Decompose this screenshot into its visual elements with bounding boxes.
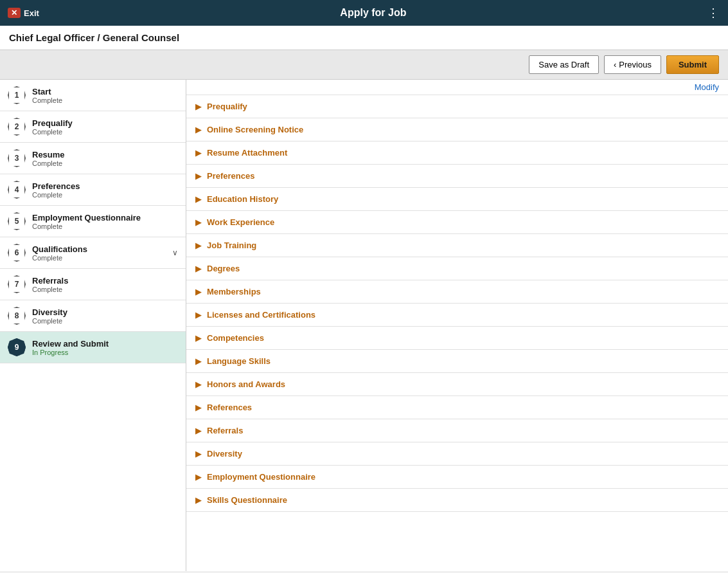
top-bar: ✕ Exit Apply for Job ⋮: [0, 0, 728, 26]
section-expand-arrow-icon: ▶: [195, 495, 202, 505]
section-label: Education History: [207, 194, 278, 204]
step-badge: 9: [8, 338, 26, 356]
sidebar: 1StartComplete2PrequalifyComplete3Resume…: [0, 80, 186, 571]
section-row[interactable]: ▶Job Training: [186, 234, 728, 257]
submit-button[interactable]: Submit: [666, 55, 719, 74]
step-status: Complete: [32, 96, 62, 104]
exit-label: Exit: [24, 8, 39, 18]
step-status: Complete: [32, 128, 73, 136]
section-row[interactable]: ▶References: [186, 396, 728, 419]
section-row[interactable]: ▶Work Experience: [186, 211, 728, 234]
section-label: Prequalify: [207, 102, 247, 111]
sidebar-item-diversity[interactable]: 8DiversityComplete: [0, 300, 186, 332]
section-expand-arrow-icon: ▶: [195, 194, 202, 204]
step-status: Complete: [32, 191, 80, 199]
step-badge: 1: [8, 86, 26, 104]
section-row[interactable]: ▶Resume Attachment: [186, 141, 728, 165]
section-expand-arrow-icon: ▶: [195, 171, 202, 181]
section-expand-arrow-icon: ▶: [195, 403, 202, 412]
section-row[interactable]: ▶Honors and Awards: [186, 373, 728, 396]
section-expand-arrow-icon: ▶: [195, 148, 202, 158]
sub-header: Chief Legal Officer / General Counsel: [0, 26, 728, 50]
section-row[interactable]: ▶Preferences: [186, 165, 728, 188]
modify-link[interactable]: Modify: [186, 80, 728, 95]
section-label: Licenses and Certifications: [207, 310, 315, 320]
sidebar-item-review-and-submit[interactable]: 9Review and SubmitIn Progress: [0, 332, 186, 363]
step-name: Preferences: [32, 181, 80, 191]
section-row[interactable]: ▶Online Screening Notice: [186, 118, 728, 141]
section-expand-arrow-icon: ▶: [195, 472, 202, 482]
section-label: Work Experience: [207, 217, 274, 227]
sidebar-item-prequalify[interactable]: 2PrequalifyComplete: [0, 111, 186, 143]
sidebar-item-employment-questionnaire[interactable]: 5Employment QuestionnaireComplete: [0, 206, 186, 237]
section-label: References: [207, 403, 252, 412]
previous-label: Previous: [619, 60, 652, 69]
sidebar-item-start[interactable]: 1StartComplete: [0, 80, 186, 111]
step-status: Complete: [32, 317, 67, 325]
section-label: Referrals: [207, 426, 243, 435]
section-expand-arrow-icon: ▶: [195, 287, 202, 296]
sidebar-item-referrals[interactable]: 7ReferralsComplete: [0, 269, 186, 300]
previous-arrow-icon: ‹: [614, 60, 616, 69]
chevron-down-icon: ∨: [172, 248, 178, 257]
section-expand-arrow-icon: ▶: [195, 264, 202, 273]
toolbar: Save as Draft ‹ Previous Submit: [0, 50, 728, 80]
section-row[interactable]: ▶Diversity: [186, 442, 728, 466]
section-label: Preferences: [207, 171, 254, 181]
step-name: Review and Submit: [32, 339, 109, 349]
modify-anchor[interactable]: Modify: [695, 82, 719, 92]
section-row[interactable]: ▶Degrees: [186, 257, 728, 280]
step-name: Diversity: [32, 307, 67, 317]
step-status: In Progress: [32, 349, 109, 356]
step-badge: 5: [8, 212, 26, 230]
section-expand-arrow-icon: ▶: [195, 217, 202, 227]
step-status: Complete: [32, 254, 87, 262]
exit-x-icon: ✕: [8, 8, 21, 18]
step-status: Complete: [32, 159, 65, 167]
section-label: Resume Attachment: [207, 148, 287, 158]
sidebar-item-resume[interactable]: 3ResumeComplete: [0, 143, 186, 174]
section-label: Competencies: [207, 333, 264, 343]
step-name: Qualifications: [32, 244, 87, 254]
section-row[interactable]: ▶Prequalify: [186, 95, 728, 118]
step-status: Complete: [32, 223, 141, 230]
sidebar-item-qualifications[interactable]: 6QualificationsComplete∨: [0, 237, 186, 269]
step-name: Resume: [32, 150, 65, 159]
main-layout: 1StartComplete2PrequalifyComplete3Resume…: [0, 80, 728, 571]
step-badge: 8: [8, 307, 26, 325]
section-row[interactable]: ▶Memberships: [186, 280, 728, 304]
section-label: Diversity: [207, 449, 242, 459]
step-badge: 4: [8, 181, 26, 199]
section-label: Skills Questionnaire: [207, 495, 287, 505]
section-expand-arrow-icon: ▶: [195, 310, 202, 320]
previous-button[interactable]: ‹ Previous: [604, 55, 661, 74]
section-label: Online Screening Notice: [207, 125, 303, 134]
section-expand-arrow-icon: ▶: [195, 426, 202, 435]
section-expand-arrow-icon: ▶: [195, 125, 202, 134]
step-badge: 3: [8, 149, 26, 167]
section-row[interactable]: ▶Competencies: [186, 327, 728, 350]
section-label: Degrees: [207, 264, 240, 273]
section-row[interactable]: ▶Referrals: [186, 419, 728, 442]
section-expand-arrow-icon: ▶: [195, 241, 202, 250]
section-row[interactable]: ▶Employment Questionnaire: [186, 466, 728, 489]
section-expand-arrow-icon: ▶: [195, 356, 202, 366]
step-badge: 7: [8, 275, 26, 293]
sidebar-item-preferences[interactable]: 4PreferencesComplete: [0, 174, 186, 206]
section-label: Honors and Awards: [207, 379, 285, 389]
step-status: Complete: [32, 286, 68, 293]
exit-button[interactable]: ✕ Exit: [8, 8, 39, 18]
section-row[interactable]: ▶Skills Questionnaire: [186, 489, 728, 512]
section-row[interactable]: ▶Licenses and Certifications: [186, 304, 728, 327]
app-title: Apply for Job: [39, 7, 707, 19]
save-as-draft-button[interactable]: Save as Draft: [529, 55, 599, 74]
section-expand-arrow-icon: ▶: [195, 379, 202, 389]
section-row[interactable]: ▶Education History: [186, 188, 728, 211]
section-label: Employment Questionnaire: [207, 472, 315, 482]
section-expand-arrow-icon: ▶: [195, 333, 202, 343]
step-name: Prequalify: [32, 118, 73, 128]
step-name: Employment Questionnaire: [32, 213, 141, 223]
more-options-button[interactable]: ⋮: [707, 6, 720, 20]
step-badge: 6: [8, 244, 26, 262]
section-row[interactable]: ▶Language Skills: [186, 350, 728, 373]
